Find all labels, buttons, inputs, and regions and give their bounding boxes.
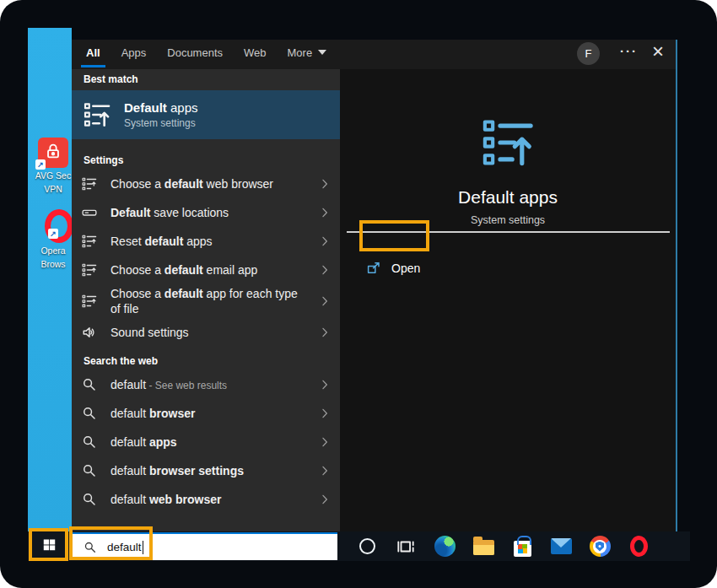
cortana-circle-icon [359, 538, 375, 554]
user-avatar[interactable]: F [577, 42, 600, 65]
mail-button[interactable] [542, 531, 580, 561]
desktop-icon-label: Brows [35, 259, 72, 270]
store-button[interactable] [503, 531, 542, 561]
web-result-row[interactable]: default apps [72, 428, 340, 456]
settings-result-row[interactable]: Choose a default email app [72, 256, 340, 284]
open-action[interactable]: Open [340, 254, 676, 283]
ms-logo-grid [518, 544, 527, 553]
task-view-button[interactable] [386, 531, 425, 561]
tab-web[interactable]: Web [244, 46, 267, 62]
avg-secure-browser-icon [590, 536, 611, 557]
chevron-right-icon [318, 235, 332, 248]
result-text: default browser settings [111, 463, 244, 478]
list-arrow-icon [82, 234, 97, 249]
taskbar-icons [348, 531, 658, 561]
avg-browser-button[interactable] [580, 531, 619, 561]
task-view-icon [396, 537, 415, 556]
opera-icon: ↗ [45, 209, 72, 243]
settings-result-row[interactable]: Sound settings [72, 318, 340, 347]
result-text: default browser [111, 406, 195, 421]
chevron-right-icon [318, 326, 332, 339]
web-result-row[interactable]: default browser [72, 399, 340, 428]
opera-icon [630, 536, 648, 557]
desktop-icon-label: VPN [35, 184, 72, 195]
taskbar: default [28, 531, 690, 561]
open-label: Open [391, 262, 420, 275]
taskbar-search-input[interactable]: default [72, 532, 337, 560]
drive-icon [82, 205, 97, 220]
settings-result-row[interactable]: Choose a default web browser [72, 170, 340, 198]
desktop-icon-label: AVG Sec [35, 170, 72, 181]
search-icon [82, 434, 97, 450]
result-text: default apps [111, 434, 177, 450]
web-result-row[interactable]: default browser settings [72, 456, 340, 485]
desktop-icon-avg-vpn[interactable]: ↗ AVG Sec VPN [35, 138, 72, 195]
desktop-icon-opera[interactable]: ↗ Opera Brows [35, 209, 72, 270]
search-icon [82, 492, 97, 507]
chevron-right-icon [318, 177, 332, 191]
result-text: default - See web results [111, 377, 227, 393]
web-result-row[interactable]: default - See web results [72, 370, 340, 399]
edge-button[interactable] [425, 531, 464, 561]
list-arrow-icon [82, 176, 97, 192]
best-match-title: Default apps [124, 100, 198, 115]
settings-results-list: Choose a default web browserDefault save… [72, 170, 340, 347]
best-match-header: Best match [72, 69, 340, 90]
chevron-right-icon [318, 464, 332, 477]
result-text: Choose a default email app [111, 262, 257, 278]
web-section-header: Search the web [72, 347, 340, 370]
settings-section-header: Settings [72, 149, 340, 170]
shield-icon [596, 542, 604, 552]
file-explorer-icon [473, 540, 494, 555]
web-results-list: default - See web resultsdefault browser… [72, 370, 340, 514]
preview-title: Default apps [340, 187, 676, 208]
desktop-icon-label: Opera [35, 245, 72, 256]
search-flyout: All Apps Documents Web More F ··· × Best… [72, 40, 676, 531]
preview-panel: Default apps System settings Open [340, 69, 676, 531]
settings-result-row[interactable]: Reset default apps [72, 227, 340, 256]
mail-icon [551, 538, 572, 554]
text-cursor [143, 541, 143, 554]
lock-icon [44, 142, 62, 164]
opera-button[interactable] [619, 531, 658, 561]
search-icon [84, 541, 97, 554]
preview-subtitle: System settings [340, 214, 676, 226]
search-filter-tabs: All Apps Documents Web More F ··· × [72, 40, 676, 69]
microsoft-store-icon [514, 541, 531, 557]
chevron-down-icon [318, 50, 326, 55]
result-text: default web browser [111, 492, 222, 507]
more-options-button[interactable]: ··· [620, 44, 638, 58]
shortcut-arrow-icon: ↗ [48, 229, 58, 239]
tab-more[interactable]: More [288, 46, 327, 62]
file-explorer-button[interactable] [464, 531, 503, 561]
search-icon [82, 377, 97, 392]
list-arrow-icon [82, 262, 97, 278]
chevron-right-icon [318, 263, 332, 277]
best-match-result[interactable]: Default apps System settings [72, 90, 340, 139]
chevron-right-icon [318, 407, 332, 420]
tab-apps[interactable]: Apps [121, 46, 147, 62]
microsoft-edge-icon [434, 536, 456, 557]
search-icon [82, 406, 97, 421]
cortana-button[interactable] [348, 531, 386, 561]
result-text: Reset default apps [111, 234, 213, 249]
tab-all[interactable]: All [86, 46, 100, 62]
settings-result-row[interactable]: Default save locations [72, 198, 340, 227]
chevron-right-icon [318, 493, 332, 506]
default-apps-icon [84, 101, 111, 128]
search-value: default [107, 541, 142, 553]
chevron-right-icon [318, 206, 332, 219]
close-button[interactable]: × [652, 39, 664, 64]
chevron-right-icon [318, 294, 332, 308]
web-result-row[interactable]: default web browser [72, 485, 340, 514]
result-text: Choose a default app for each type of fi… [111, 286, 306, 316]
default-apps-icon [482, 116, 534, 169]
chevron-right-icon [318, 378, 332, 391]
shortcut-arrow-icon: ↗ [35, 159, 46, 170]
result-suffix: - See web results [146, 380, 227, 391]
search-icon [82, 463, 97, 478]
settings-result-row[interactable]: Choose a default app for each type of fi… [72, 284, 340, 318]
tab-documents[interactable]: Documents [167, 46, 223, 62]
list-arrow-icon [82, 294, 97, 309]
start-button[interactable] [31, 532, 67, 560]
